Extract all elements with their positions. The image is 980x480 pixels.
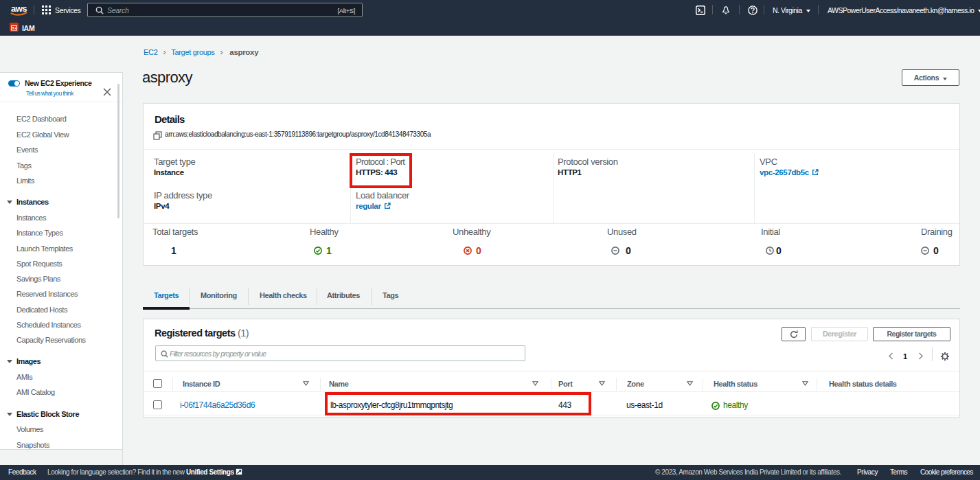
svg-text:aws: aws	[11, 3, 27, 14]
